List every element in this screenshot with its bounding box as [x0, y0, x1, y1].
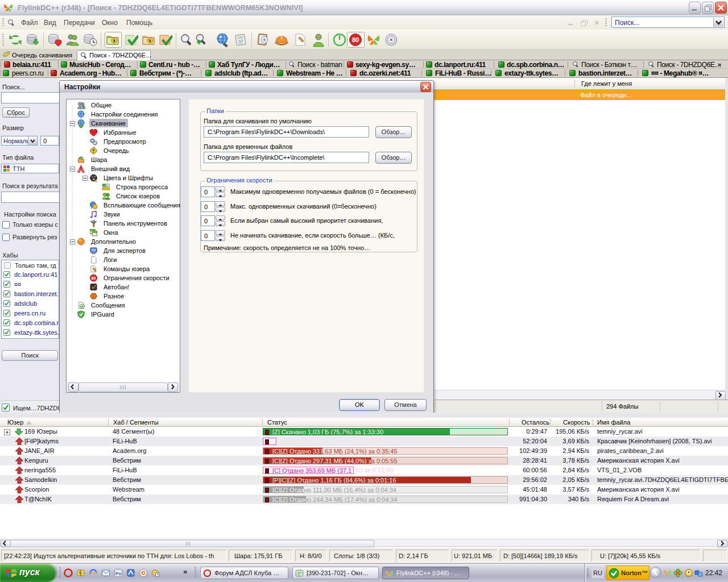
svg-text:80: 80: [92, 276, 96, 280]
svg-text:Ps: Ps: [115, 571, 121, 576]
